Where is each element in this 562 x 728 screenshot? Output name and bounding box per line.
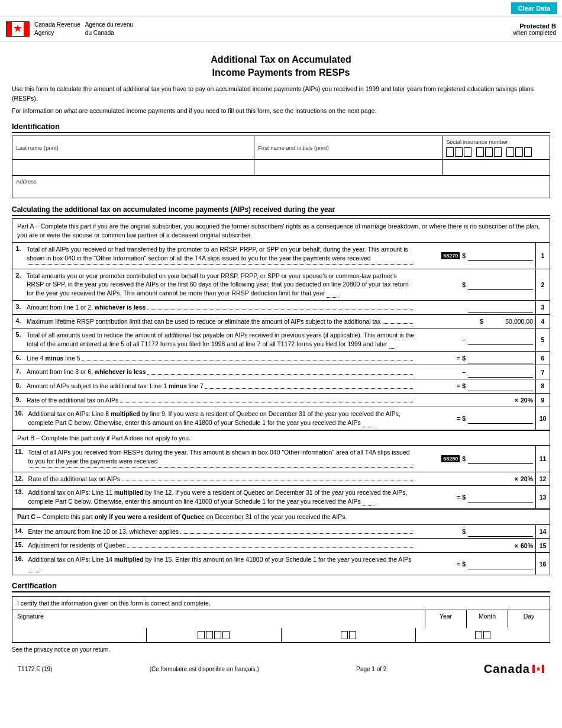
line-6-input[interactable]	[468, 353, 533, 363]
sin-box-7	[506, 147, 514, 157]
clear-data-button[interactable]: Clear Data	[511, 2, 557, 14]
calc-heading: Calculating the additional tax on accumu…	[12, 205, 550, 216]
line-4-num: 4.	[12, 315, 24, 328]
line-13-badge: 13	[535, 486, 550, 508]
line-13-operator: = $	[454, 494, 466, 501]
line-7-badge: 7	[535, 365, 550, 379]
sin-box-6	[494, 147, 502, 157]
certification-section: I certify that the information given on …	[12, 596, 550, 643]
line-13-input[interactable]	[468, 492, 533, 502]
line-11-desc: Total of all AIPs you received from RESP…	[26, 446, 417, 471]
line-8-input[interactable]	[468, 381, 533, 391]
line-5-badge: 5	[535, 328, 550, 350]
line-1-input[interactable]	[468, 250, 533, 261]
line-12-desc: Rate of the additional tax on AIPs	[26, 472, 417, 486]
line-10-input[interactable]	[468, 413, 533, 424]
line-6-desc: Line 4 minus line 5	[24, 352, 417, 365]
line-16-input[interactable]	[468, 559, 533, 569]
line-2-text: Total amounts you or your promoter contr…	[27, 272, 409, 297]
line-1-desc: Total of all AIPs you received or had tr…	[24, 243, 417, 268]
line-2-input[interactable]	[468, 279, 533, 290]
line-10-input-area: = $	[417, 407, 535, 429]
canada-flag-icon	[6, 21, 30, 37]
address-input[interactable]	[16, 185, 546, 195]
line-1-row: 1. Total of all AIPs you received or had…	[12, 243, 550, 269]
line-6-input-area: = $	[417, 352, 535, 365]
intro-text-2: For information on what are accumulated …	[12, 107, 550, 116]
cert-text-row: I certify that the information given on …	[12, 597, 550, 610]
line-2-num: 2.	[12, 269, 24, 300]
intro-text-1: Use this form to calculate the amount of…	[12, 85, 550, 104]
line-10-row: 10. Additional tax on AIPs: Line 8 multi…	[12, 407, 550, 430]
line-1-code: 68270	[441, 252, 460, 259]
line-7-input[interactable]	[468, 367, 533, 378]
line-13-input-area: = $	[417, 486, 535, 508]
line-6-num: 6.	[12, 352, 24, 365]
line-3-input[interactable]	[468, 302, 533, 313]
first-name-input[interactable]	[258, 162, 438, 173]
line-12-rate: 20%	[521, 475, 533, 482]
line-5-input[interactable]	[468, 334, 533, 345]
part-c-note: Part C – Complete this part only if you …	[12, 509, 550, 525]
last-name-input[interactable]	[16, 162, 250, 173]
line-7-desc: Amount from line 3 or 6, whichever is le…	[24, 365, 417, 379]
line-3-row: 3. Amount from line 1 or 2, whichever is…	[12, 301, 550, 315]
line-4-badge: 4	[535, 315, 550, 328]
line-9-input-area: × 20%	[417, 394, 535, 407]
signature-input[interactable]	[15, 630, 144, 640]
line-3-desc: Amount from line 1 or 2, whichever is le…	[24, 301, 417, 314]
line-3-num: 3.	[12, 301, 24, 314]
line-15-row: 15. Adjustment for residents of Quebec ×…	[12, 539, 550, 553]
line-6-operator: = $	[454, 355, 466, 362]
calc-section: Part A – Complete this part if you are t…	[12, 218, 550, 575]
line-9-desc: Rate of the additional tax on AIPs	[24, 394, 417, 407]
line-5-input-area: –	[417, 328, 535, 350]
line-7-num: 7.	[12, 365, 24, 379]
sin-grid	[446, 147, 546, 157]
line-6-text: Line 4 minus line 5	[27, 354, 80, 363]
line-15-desc: Adjustment for residents of Quebec	[26, 539, 417, 552]
page-info: Page 1 of 2	[356, 666, 386, 672]
year-box-2	[206, 631, 213, 639]
month-box-1	[341, 631, 348, 639]
line-6-badge: 6	[535, 352, 550, 365]
certification-heading: Certification	[12, 581, 550, 592]
canada-wordmark-text: Canada	[484, 662, 530, 676]
line-7-row: 7. Amount from line 3 or 6, whichever is…	[12, 365, 550, 379]
line-12-text: Rate of the additional tax on AIPs	[28, 475, 120, 484]
line-1-num: 1.	[12, 243, 24, 268]
line-5-text: Total of all amounts used to reduce the …	[27, 331, 414, 347]
line-1-text: Total of all AIPs you received or had tr…	[27, 245, 415, 262]
line-3-input-area	[417, 301, 535, 314]
sin-input[interactable]	[446, 162, 546, 173]
svg-rect-0	[7, 22, 12, 36]
line-14-row: 14. Enter the amount from line 10 or 13,…	[12, 525, 550, 539]
line-8-text: Amount of AIPs subject to the additional…	[27, 382, 204, 391]
sin-box-9	[524, 147, 532, 157]
line-3-text: Amount from line 1 or 2, whichever is le…	[27, 303, 146, 312]
line-15-text: Adjustment for residents of Quebec	[28, 541, 126, 550]
part-b-note: Part B – Complete this part only if Part…	[12, 430, 550, 446]
form-title: Additional Tax on Accumulated Income Pay…	[12, 53, 550, 80]
day-box-area	[416, 628, 550, 642]
line-16-row: 16. Additional tax on AIPs: Line 14 mult…	[12, 553, 550, 575]
line-14-input[interactable]	[468, 526, 533, 537]
when-completed-label: when completed	[513, 30, 556, 36]
month-label: Month	[467, 610, 508, 628]
line-16-operator: = $	[454, 561, 466, 568]
line-9-text: Rate of the additional tax on AIPs	[27, 396, 118, 405]
line-9-operator: ×	[506, 397, 518, 404]
line-14-dollar: $	[462, 528, 466, 535]
month-box-area	[282, 628, 416, 642]
line-16-badge: 16	[535, 553, 550, 575]
main-content: Additional Tax on Accumulated Income Pay…	[0, 41, 562, 685]
form-title-line2: Income Payments from RESPs	[212, 67, 350, 78]
sin-box-8	[515, 147, 523, 157]
line-4-desc: Maximum lifetime RRSP contribution limit…	[24, 315, 417, 328]
line-11-input[interactable]	[468, 453, 533, 464]
signature-label: Signature	[12, 610, 425, 628]
french-note: (Ce formulaire est disponible en françai…	[150, 666, 259, 672]
line-9-row: 9. Rate of the additional tax on AIPs × …	[12, 394, 550, 408]
line-15-num: 15.	[12, 539, 26, 552]
line-15-badge: 15	[535, 539, 550, 552]
